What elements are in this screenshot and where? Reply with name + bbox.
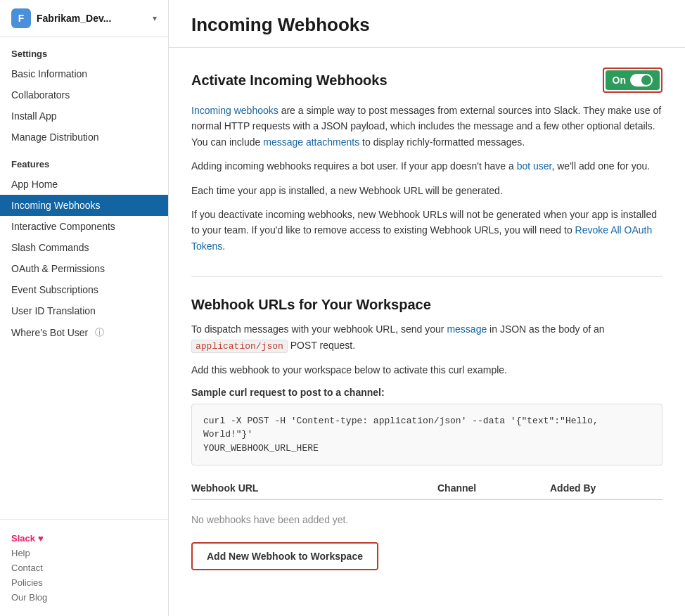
sidebar-item-app-home[interactable]: App Home xyxy=(0,174,168,195)
sidebar-item-label: Slash Commands xyxy=(11,242,89,253)
activate-section: Activate Incoming Webhooks On Incoming w… xyxy=(191,68,662,254)
heart-icon: ♥ xyxy=(38,533,44,544)
webhook-urls-title: Webhook URLs for Your Workspace xyxy=(191,297,662,313)
footer-slack-label: Slack xyxy=(11,533,35,544)
activate-para-2: Adding incoming webhooks requires a bot … xyxy=(191,158,662,174)
sidebar-item-label: OAuth & Permissions xyxy=(11,263,105,274)
sidebar-item-wheres-bot-user[interactable]: Where's Bot User ⓘ xyxy=(0,321,168,344)
sidebar-item-basic-information[interactable]: Basic Information xyxy=(0,63,168,84)
sidebar-item-label: Collaborators xyxy=(11,89,70,101)
sidebar-footer: Slack ♥ Help Contact Policies Our Blog xyxy=(0,519,168,616)
sidebar-item-label: App Home xyxy=(11,179,58,190)
page-title: Incoming Webhooks xyxy=(191,14,662,36)
sidebar: F Fabrikam_Dev... ▾ Settings Basic Infor… xyxy=(0,0,169,616)
main-content: Incoming Webhooks Activate Incoming Webh… xyxy=(169,0,685,616)
toggle-wrapper[interactable]: On xyxy=(603,68,662,93)
content-area: Activate Incoming Webhooks On Incoming w… xyxy=(169,48,685,612)
webhook-intro: To dispatch messages with your webhook U… xyxy=(191,321,662,354)
no-webhooks-text: No webhooks have been added yet. xyxy=(191,506,662,534)
sidebar-item-incoming-webhooks[interactable]: Incoming Webhooks xyxy=(0,195,168,216)
sidebar-item-label: User ID Translation xyxy=(11,305,96,316)
activate-toggle-button[interactable]: On xyxy=(606,70,660,90)
footer-link-contact[interactable]: Contact xyxy=(11,560,157,575)
webhook-add-text: Add this webhook to your workspace below… xyxy=(191,362,662,378)
app-icon: F xyxy=(11,8,31,28)
sidebar-item-label: Manage Distribution xyxy=(11,131,99,143)
sidebar-item-label: Where's Bot User xyxy=(11,327,88,338)
curl-code-block: curl -X POST -H 'Content-type: applicati… xyxy=(191,404,662,466)
activate-para-3: Each time your app is installed, a new W… xyxy=(191,183,662,198)
features-section-label: Features xyxy=(0,148,168,174)
activate-para-4: If you deactivate incoming webhooks, new… xyxy=(191,207,662,254)
section-divider xyxy=(191,276,662,277)
help-circle-icon: ⓘ xyxy=(95,326,104,339)
sidebar-item-event-subscriptions[interactable]: Event Subscriptions xyxy=(0,279,168,300)
footer-link-our-blog[interactable]: Our Blog xyxy=(11,590,157,605)
col-added-by: Added By xyxy=(550,482,662,494)
sidebar-item-label: Incoming Webhooks xyxy=(11,200,101,211)
toggle-label: On xyxy=(613,75,626,86)
sidebar-item-collaborators[interactable]: Collaborators xyxy=(0,84,168,105)
app-dropdown-arrow[interactable]: ▾ xyxy=(153,13,157,23)
sidebar-item-label: Install App xyxy=(11,110,57,122)
footer-link-policies[interactable]: Policies xyxy=(11,575,157,590)
add-webhook-button[interactable]: Add New Webhook to Workspace xyxy=(193,544,377,569)
activate-header-row: Activate Incoming Webhooks On xyxy=(191,68,662,93)
sidebar-item-label: Basic Information xyxy=(11,68,87,79)
sidebar-item-manage-distribution[interactable]: Manage Distribution xyxy=(0,127,168,148)
col-webhook-url: Webhook URL xyxy=(191,482,437,494)
toggle-thumb xyxy=(641,75,651,85)
bot-user-link[interactable]: bot user xyxy=(517,160,552,172)
sidebar-header[interactable]: F Fabrikam_Dev... ▾ xyxy=(0,0,168,37)
activate-section-title: Activate Incoming Webhooks xyxy=(191,72,388,89)
footer-link-slack[interactable]: Slack ♥ xyxy=(11,531,157,546)
webhook-urls-section: Webhook URLs for Your Workspace To dispa… xyxy=(191,297,662,570)
footer-link-help[interactable]: Help xyxy=(11,546,157,560)
message-link[interactable]: message xyxy=(447,323,487,335)
revoke-tokens-link[interactable]: Revoke All OAuth Tokens xyxy=(191,224,652,251)
sidebar-item-label: Event Subscriptions xyxy=(11,284,98,295)
add-webhook-button-wrapper[interactable]: Add New Webhook to Workspace xyxy=(191,542,378,570)
col-channel: Channel xyxy=(437,482,550,494)
sidebar-item-install-app[interactable]: Install App xyxy=(0,105,168,127)
app-name-label: Fabrikam_Dev... xyxy=(37,13,111,24)
sidebar-item-interactive-components[interactable]: Interactive Components xyxy=(0,216,168,237)
incoming-webhooks-link[interactable]: Incoming webhooks xyxy=(191,105,279,116)
sample-label: Sample curl request to post to a channel… xyxy=(191,387,662,398)
settings-section-label: Settings xyxy=(0,37,168,63)
sidebar-item-user-id-translation[interactable]: User ID Translation xyxy=(0,300,168,321)
table-header: Webhook URL Channel Added By xyxy=(191,482,662,500)
sidebar-item-label: Interactive Components xyxy=(11,221,115,232)
activate-para-1: Incoming webhooks are a simple way to po… xyxy=(191,103,662,150)
page-header: Incoming Webhooks xyxy=(169,0,685,48)
message-attachments-link[interactable]: message attachments xyxy=(263,136,359,148)
sidebar-item-slash-commands[interactable]: Slash Commands xyxy=(0,237,168,258)
sidebar-item-oauth-permissions[interactable]: OAuth & Permissions xyxy=(0,258,168,279)
toggle-track xyxy=(630,74,653,86)
content-type-code: application/json xyxy=(191,340,288,353)
